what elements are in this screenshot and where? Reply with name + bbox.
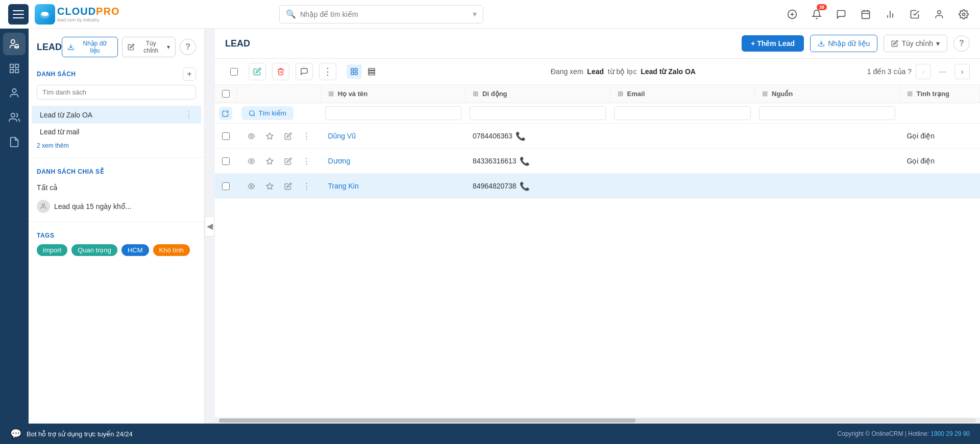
row2-star-button[interactable] (263, 154, 277, 168)
shared-item-all[interactable]: Tất cả (29, 179, 204, 196)
row3-phone-wrap: 84964820738 📞 (473, 181, 603, 191)
select-all-checkbox[interactable] (230, 68, 238, 76)
tasks-button[interactable] (906, 6, 923, 22)
row2-checkbox[interactable] (222, 157, 230, 165)
hotline-link[interactable]: 1900 29 29 90 (930, 430, 970, 437)
tag-hcm[interactable]: HCM (121, 244, 149, 256)
shared-section-header: DANH SÁCH CHIA SẺ (29, 162, 204, 179)
sidebar-item-documents[interactable] (3, 131, 26, 153)
col-tinh-trang[interactable]: ⊞ Tình trạng (899, 85, 979, 103)
cloudpro-logo[interactable]: CLOUDPRO lead.com by industry (35, 4, 119, 25)
row3-star-button[interactable] (263, 179, 277, 193)
row2-actions: ⋮ (244, 154, 314, 168)
row2-view-button[interactable] (244, 154, 259, 168)
filter-name-input[interactable] (325, 106, 461, 120)
scroll-track (219, 418, 976, 423)
help-button[interactable]: ? (180, 39, 196, 55)
row3-view-button[interactable] (244, 179, 259, 193)
sidebar-item-lead[interactable] (3, 33, 26, 55)
shared-item-old-lead[interactable]: Lead quá 15 ngày khổ... (29, 196, 204, 217)
col-phone[interactable]: ⊞ Di động (465, 85, 610, 103)
tag-kho-tinh[interactable]: Khó tính (153, 244, 190, 256)
grid-view-button[interactable] (347, 64, 362, 79)
search-row-icon[interactable] (219, 107, 232, 120)
search-dropdown-arrow[interactable]: ▾ (473, 9, 477, 19)
search-list-input[interactable] (37, 85, 196, 100)
svg-rect-30 (355, 72, 357, 75)
see-more-link[interactable]: 2 xem thêm (29, 140, 204, 153)
svg-point-23 (11, 113, 15, 117)
row3-contact-name[interactable]: Trang Kin (328, 182, 359, 190)
add-list-button[interactable]: + (183, 67, 196, 81)
edit-toolbar-button[interactable] (249, 63, 266, 80)
search-input[interactable] (300, 10, 469, 18)
row1-edit-button[interactable] (281, 129, 296, 143)
collapse-panel-button[interactable]: ◀ (205, 216, 215, 237)
profile-button[interactable] (931, 6, 947, 22)
row2-email-cell (610, 149, 754, 174)
row2-edit-button[interactable] (281, 154, 296, 168)
prev-page-button[interactable]: ‹ (916, 64, 931, 79)
list-item-mail[interactable]: Lead từ mail (32, 124, 201, 140)
svg-marker-40 (266, 158, 273, 164)
svg-rect-29 (351, 72, 354, 75)
filter-phone-input[interactable] (470, 106, 606, 120)
list-view-button[interactable] (364, 64, 379, 79)
tag-import[interactable]: import (37, 244, 67, 256)
chart-button[interactable] (882, 6, 898, 22)
tag-quan-trong[interactable]: Quan trọng (71, 244, 117, 256)
filter-email-input[interactable] (614, 106, 750, 120)
help-button-top[interactable]: ? (953, 35, 970, 52)
filter-nguon-input[interactable] (759, 106, 895, 120)
row3-checkbox[interactable] (222, 182, 230, 190)
customize-button[interactable]: Tùy chỉnh ▾ (122, 37, 176, 57)
row1-checkbox[interactable] (222, 132, 230, 140)
row3-more-button[interactable]: ⋮ (300, 179, 314, 193)
col-email[interactable]: ⊞ Email (610, 85, 754, 103)
row1-more-button[interactable]: ⋮ (300, 129, 314, 143)
customize-top-button[interactable]: Tùy chỉnh ▾ (884, 35, 947, 52)
row1-contact-name[interactable]: Dũng Vũ (328, 132, 356, 140)
import-data-button[interactable]: Nhập dữ liệu (62, 37, 118, 57)
add-lead-button[interactable]: + Thêm Lead (742, 35, 804, 52)
row1-star-button[interactable] (263, 129, 277, 143)
import-data-button-top[interactable]: Nhập dữ liệu (810, 35, 877, 52)
sidebar-item-dashboard[interactable] (3, 57, 26, 80)
list-item-dots-zalo[interactable]: ⋮ (185, 110, 193, 120)
row1-phone: 0784406363 (473, 132, 512, 140)
row2-call-icon[interactable]: 📞 (520, 156, 530, 166)
search-row-checkbox-cell (215, 103, 237, 124)
row3-call-icon[interactable]: 📞 (520, 181, 530, 191)
row1-call-icon[interactable]: 📞 (516, 131, 526, 141)
settings-button[interactable] (955, 6, 972, 22)
add-nav-button[interactable] (784, 6, 800, 22)
row1-email-cell (610, 124, 754, 149)
next-page-button[interactable]: › (954, 64, 970, 79)
chat-button[interactable] (833, 6, 849, 22)
row2-more-button[interactable]: ⋮ (300, 154, 314, 168)
scroll-thumb[interactable] (219, 418, 635, 423)
svg-rect-31 (369, 68, 375, 70)
sidebar-item-contacts[interactable] (3, 82, 26, 104)
toolbar-row: ⋮ Đang xem Lead từ bộ lọc Lead từ Zalo O… (215, 59, 980, 85)
menu-hamburger-button[interactable] (8, 4, 29, 25)
row1-name-cell: Dũng Vũ (321, 124, 465, 149)
delete-toolbar-button[interactable] (272, 63, 289, 80)
row1-view-button[interactable] (244, 129, 259, 143)
row3-email-cell (610, 174, 754, 199)
list-item-zalo-oa[interactable]: Lead từ Zalo OA ⋮ (32, 106, 201, 124)
notification-button[interactable]: 38 (808, 6, 825, 22)
row2-contact-name[interactable]: Dương (328, 157, 351, 165)
sidebar-item-person[interactable] (3, 106, 26, 129)
calendar-button[interactable] (857, 6, 874, 22)
more-options-button[interactable]: ··· (935, 64, 950, 79)
header-checkbox[interactable] (222, 90, 230, 98)
col-name[interactable]: ⊞ Họ và tên (321, 85, 465, 103)
svg-rect-18 (10, 64, 13, 67)
row3-edit-button[interactable] (281, 179, 296, 193)
comment-toolbar-button[interactable] (296, 63, 313, 80)
more-toolbar-button[interactable]: ⋮ (319, 63, 336, 80)
col-nguon[interactable]: ⊞ Nguồn (755, 85, 899, 103)
horizontal-scrollbar[interactable] (215, 417, 980, 424)
search-filter-button[interactable]: Tìm kiếm (241, 106, 293, 120)
